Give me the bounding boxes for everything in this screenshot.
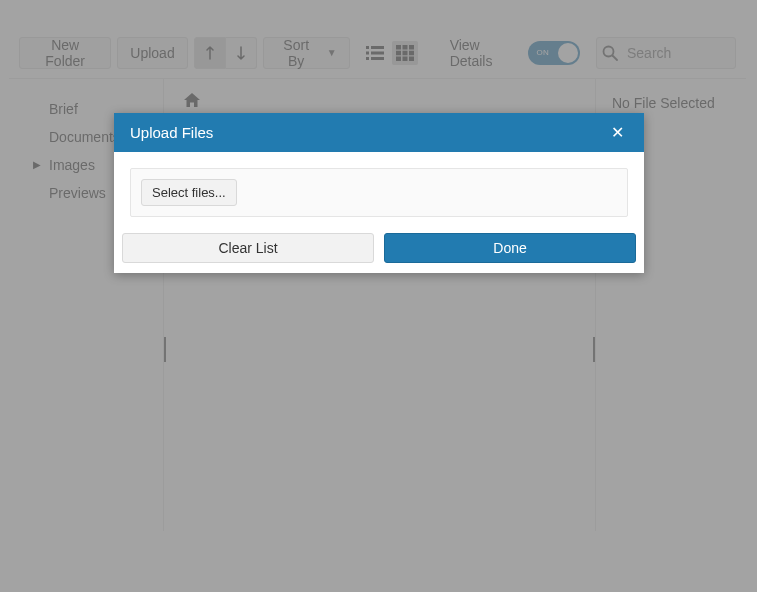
modal-header: Upload Files ✕ [114, 113, 644, 152]
file-dropzone[interactable]: Select files... [130, 168, 628, 217]
select-files-button[interactable]: Select files... [141, 179, 237, 206]
clear-list-button[interactable]: Clear List [122, 233, 374, 263]
modal-footer: Clear List Done [114, 233, 644, 273]
modal-close-button[interactable]: ✕ [607, 123, 628, 142]
done-button[interactable]: Done [384, 233, 636, 263]
upload-files-modal: Upload Files ✕ Select files... Clear Lis… [114, 113, 644, 273]
modal-body: Select files... [114, 152, 644, 233]
close-icon: ✕ [611, 124, 624, 141]
modal-title: Upload Files [130, 124, 213, 141]
modal-overlay[interactable] [0, 0, 757, 592]
